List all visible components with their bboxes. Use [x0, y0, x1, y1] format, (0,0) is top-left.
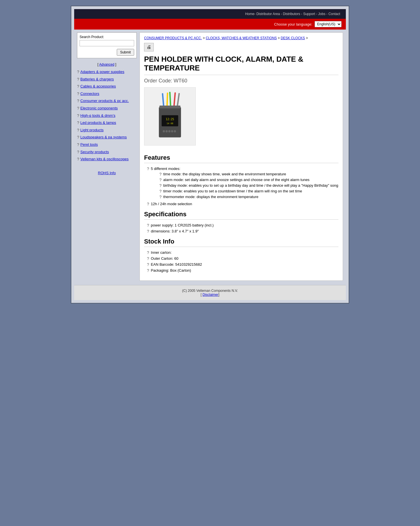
features-heading: Features: [144, 154, 338, 163]
feature-12h24h-text: 12h / 24h mode selection: [151, 202, 192, 206]
bullet-icon: ?: [77, 69, 79, 75]
sidebar-link-security[interactable]: Security products: [80, 149, 109, 155]
stock-ean-text: EAN Barcode: 5410329215682: [151, 262, 202, 267]
bullet-icon: ?: [147, 202, 149, 206]
svg-rect-14: [159, 106, 180, 109]
nav-distributors[interactable]: Distributors: [283, 12, 300, 16]
sidebar-item-connectors: ? Connectors: [77, 91, 137, 97]
sidebar-item-electronic: ? Electronic components: [77, 106, 137, 111]
svg-rect-11: [169, 92, 171, 108]
breadcrumb-clocks[interactable]: CLOCKS, WATCHES & WEATHER STATIONS: [206, 36, 277, 40]
sidebar-item-loudspeakers: ? Loudspeakers & pa systems: [77, 135, 137, 140]
nav-jobs[interactable]: Jobs: [318, 12, 325, 16]
svg-point-7: [171, 130, 173, 132]
search-input[interactable]: [80, 40, 134, 46]
disclaimer-bracket-close: ]: [219, 293, 219, 297]
bullet-icon: ?: [77, 157, 79, 162]
bullet-icon: ?: [159, 189, 162, 194]
nav-support[interactable]: Support: [303, 12, 315, 16]
bullet-icon: ?: [77, 98, 79, 104]
bullet-icon: ?: [77, 142, 79, 148]
language-bar: Choose your language: English(US) Nederl…: [74, 19, 346, 30]
spec-dimensions: ? dimensions: 3.8" x 4.7" x 1.9": [147, 229, 338, 234]
bullet-icon: ?: [77, 106, 79, 111]
sidebar-link-led[interactable]: Led products & lamps: [80, 120, 116, 125]
stock-packaging: ? Packaging: Box (Carton): [147, 268, 338, 273]
bullet-icon: ?: [77, 128, 79, 133]
sidebar-item-light: ? Light products: [77, 128, 137, 133]
spec-power-text: power supply: 1 CR2025 battery (incl.): [151, 223, 214, 227]
svg-rect-10: [166, 93, 168, 108]
order-code-label: Order Code:: [144, 78, 172, 84]
svg-point-8: [174, 130, 176, 132]
bullet-icon: ?: [159, 195, 162, 199]
svg-rect-12: [173, 92, 176, 108]
product-title: PEN HOLDER WITH CLOCK, ALARM, DATE & TEM…: [144, 55, 338, 75]
bullet-icon: ?: [159, 178, 162, 182]
sidebar-link-consumer[interactable]: Consumer products & pc acc.: [80, 98, 129, 103]
advanced-link-wrapper: [ Advanced ]: [77, 63, 137, 66]
sidebar-link-light[interactable]: Light products: [80, 128, 104, 133]
sidebar-navigation: ? Adapters & power supplies ? Batteries …: [77, 69, 137, 162]
nav-contact[interactable]: Contact: [328, 12, 340, 16]
footer: (C) 2005 Velleman Components N.V. [ Disc…: [74, 285, 346, 300]
stock-outer-carton: ? Outer Carton: 60: [147, 256, 338, 261]
product-image: 12:25 14 08: [147, 90, 193, 142]
nav-home[interactable]: Home: [245, 12, 254, 16]
specifications-heading: Specifications: [144, 211, 338, 220]
sidebar-link-electronic[interactable]: Electronic components: [80, 106, 118, 111]
print-button[interactable]: 🖨: [144, 43, 154, 51]
sidebar-item-cables: ? Cables & accessories: [77, 84, 137, 90]
breadcrumb-desk[interactable]: DESK CLOCKS: [281, 36, 305, 40]
content-area: CONSUMER PRODUCTS & PC ACC. > CLOCKS, WA…: [140, 32, 343, 281]
sidebar-item-security: ? Security products: [77, 149, 137, 155]
sidebar-link-velleman[interactable]: Velleman kits & oscilloscopes: [80, 157, 129, 162]
mode-thermo-text: thermometer mode: displays the environme…: [163, 195, 259, 199]
bullet-icon: ?: [77, 135, 79, 140]
search-label: Search Product:: [80, 35, 134, 39]
bullet-icon: ?: [147, 262, 149, 267]
mode-timer: ? timer mode: enables you to set a count…: [159, 189, 338, 194]
stock-list: ? Inner carton: ? Outer Carton: 60 ? EAN…: [147, 250, 338, 273]
advanced-link[interactable]: Advanced: [99, 63, 114, 66]
bullet-icon: ?: [147, 268, 149, 273]
sidebar-link-perel[interactable]: Perel tools: [80, 142, 98, 147]
breadcrumb-sep2: >: [278, 36, 280, 40]
sidebar-link-adapters[interactable]: Adapters & power supplies: [80, 69, 124, 74]
sidebar-link-cables[interactable]: Cables & accessories: [80, 84, 116, 89]
nav-links: Home- Distributor Area - Distributors - …: [245, 12, 340, 16]
disclaimer-link[interactable]: Disclaimer: [203, 293, 219, 297]
language-select[interactable]: English(US) Nederlands Français Deutsch: [315, 21, 342, 27]
mode-alarm: ? alarm mode: set daily alarm and snooze…: [159, 178, 338, 182]
modes-sub-list: ? time mode: the display shows time, wee…: [159, 172, 338, 199]
bullet-icon: ?: [147, 256, 149, 261]
rohs-link[interactable]: ROHS Info: [98, 171, 116, 175]
bullet-icon: ?: [77, 113, 79, 119]
sidebar: Search Product: [ Advanced ] ? Adapters …: [77, 32, 140, 281]
sidebar-item-velleman: ? Velleman kits & oscilloscopes: [77, 157, 137, 162]
search-submit-button[interactable]: [117, 49, 134, 56]
stock-heading: Stock Info: [144, 238, 338, 247]
printer-icon: 🖨: [147, 45, 151, 50]
sidebar-link-highq[interactable]: High-q tools & dmm's: [80, 113, 115, 118]
bullet-icon: ?: [77, 84, 79, 90]
mode-alarm-text: alarm mode: set daily alarm and snooze s…: [163, 178, 310, 182]
bullet-icon: ?: [147, 250, 149, 255]
bullet-icon: ?: [159, 172, 162, 176]
sidebar-item-consumer: ? Consumer products & pc acc.: [77, 98, 137, 104]
feature-item-modes: ? 5 different modes: ? time mode: the di…: [147, 167, 338, 200]
feature-item-12h24h: ? 12h / 24h mode selection: [147, 202, 338, 206]
sidebar-item-led: ? Led products & lamps: [77, 120, 137, 126]
sidebar-link-loudspeakers[interactable]: Loudspeakers & pa systems: [80, 135, 127, 140]
breadcrumb-sep1: >: [203, 36, 206, 40]
disclaimer-wrapper: [ Disclaimer]: [78, 293, 342, 297]
mode-timer-text: timer mode: enables you to set a countdo…: [163, 189, 302, 193]
nav-distributor-area[interactable]: Distributor Area: [256, 12, 280, 16]
breadcrumb-consumer[interactable]: CONSUMER PRODUCTS & PC ACC.: [144, 36, 202, 40]
mode-time: ? time mode: the display shows time, wee…: [159, 172, 338, 176]
order-code-value: WT60: [174, 78, 187, 84]
sidebar-item-adapters: ? Adapters & power supplies: [77, 69, 137, 75]
stock-inner-carton: ? Inner carton:: [147, 250, 338, 255]
sidebar-link-batteries[interactable]: Batteries & chargers: [80, 77, 114, 82]
sidebar-link-connectors[interactable]: Connectors: [80, 91, 99, 96]
